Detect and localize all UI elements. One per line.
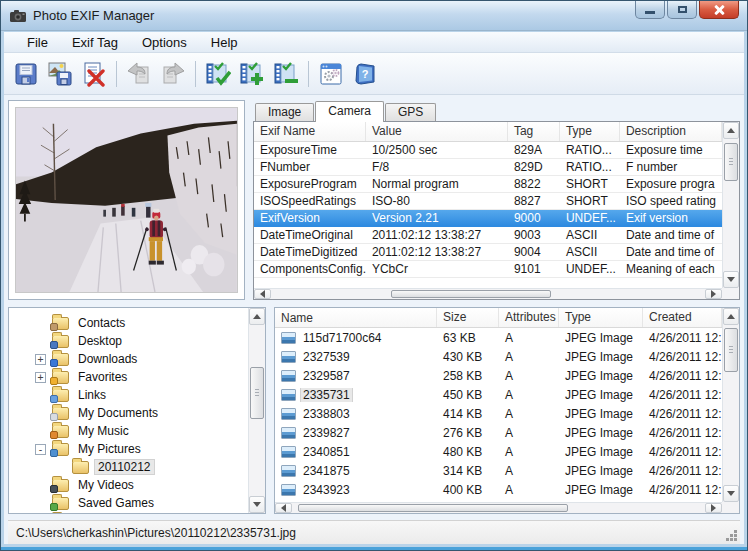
list-add-icon <box>239 61 265 87</box>
tab[interactable]: Image <box>255 103 314 121</box>
scrollbar-thumb[interactable] <box>724 328 738 372</box>
resize-grip[interactable] <box>725 529 738 542</box>
save-icon <box>13 61 39 87</box>
tree-item[interactable]: + Searches <box>9 512 248 513</box>
file-col-name[interactable]: Name <box>275 308 437 327</box>
menu-item[interactable]: Exif Tag <box>61 33 129 52</box>
tree-vertical-scrollbar[interactable] <box>248 308 265 513</box>
scrollbar-thumb[interactable] <box>724 143 738 181</box>
file-row[interactable]: 2341875 314 KB A JPEG Image 4/26/2011 12… <box>275 461 722 480</box>
tree-expander[interactable]: - <box>35 444 46 455</box>
folder-badge-icon <box>50 323 58 331</box>
exif-col-type[interactable]: Type <box>560 122 620 141</box>
scroll-left-button[interactable] <box>254 289 271 299</box>
add-exif-button[interactable] <box>236 58 268 90</box>
tree-item-label: Links <box>75 388 109 402</box>
file-list-horizontal-scrollbar[interactable] <box>275 502 722 513</box>
scroll-down-button[interactable] <box>723 485 739 502</box>
file-row[interactable]: 2339827 276 KB A JPEG Image 4/26/2011 12… <box>275 423 722 442</box>
menu-item[interactable]: Help <box>200 33 249 52</box>
exif-horizontal-scrollbar[interactable] <box>254 288 722 299</box>
save-button[interactable] <box>10 58 42 90</box>
tree-item[interactable]: + Downloads <box>9 350 248 368</box>
close-icon <box>713 5 725 15</box>
exif-table-row[interactable]: ExposureTime 10/2500 sec 829A RATIO... E… <box>254 142 722 159</box>
tree-expander[interactable]: + <box>35 372 46 383</box>
exif-table-row[interactable]: ComponentsConfig... YCbCr 9101 UNDEF... … <box>254 261 722 278</box>
exif-tab-control: Image Camera GPS <box>253 100 740 300</box>
exif-col-tag[interactable]: Tag <box>508 122 560 141</box>
scroll-up-button[interactable] <box>723 308 739 325</box>
file-row[interactable]: 2327539 430 KB A JPEG Image 4/26/2011 12… <box>275 347 722 366</box>
menu-bar: File Exif Tag Options Help <box>4 32 744 53</box>
minimize-icon <box>645 11 655 14</box>
tree-item[interactable]: - My Pictures <box>9 440 248 458</box>
scroll-right-button[interactable] <box>705 289 722 299</box>
delete-list-button[interactable] <box>78 58 110 90</box>
tree-item[interactable]: Saved Games <box>9 494 248 512</box>
tree-item[interactable]: My Music <box>9 422 248 440</box>
scrollbar-thumb[interactable] <box>298 504 568 512</box>
tree-item[interactable]: Contacts <box>9 314 248 332</box>
file-row[interactable]: 2335731 450 KB A JPEG Image 4/26/2011 12… <box>275 385 722 404</box>
scrollbar-thumb[interactable] <box>250 367 264 419</box>
exif-table-row[interactable]: DateTimeOriginal 2011:02:12 13:38:27 900… <box>254 227 722 244</box>
file-row[interactable]: 2329587 258 KB A JPEG Image 4/26/2011 12… <box>275 366 722 385</box>
tab[interactable]: Camera <box>315 101 384 122</box>
scroll-up-button[interactable] <box>723 122 739 139</box>
tree-item[interactable]: Links <box>9 386 248 404</box>
help-button[interactable]: ? <box>349 58 381 90</box>
scroll-up-button[interactable] <box>249 308 265 325</box>
title-bar[interactable]: Photo EXIF Manager <box>1 1 747 31</box>
scrollbar-thumb[interactable] <box>391 290 551 298</box>
file-col-created[interactable]: Created <box>643 308 722 327</box>
tree-item-label: Saved Games <box>75 496 157 510</box>
file-col-type[interactable]: Type <box>559 308 643 327</box>
tree-expander[interactable]: + <box>35 354 46 365</box>
scroll-down-button[interactable] <box>723 271 739 288</box>
status-file-path: C:\Users\cherkashin\Pictures\20110212\23… <box>8 526 296 540</box>
tree-item[interactable]: My Videos <box>9 476 248 494</box>
file-list-body: 115d71700c64 63 KB A JPEG Image 4/26/201… <box>275 328 722 499</box>
scroll-left-button[interactable] <box>275 503 292 513</box>
scroll-down-button[interactable] <box>249 496 265 513</box>
file-row[interactable]: 2343923 400 KB A JPEG Image 4/26/2011 12… <box>275 480 722 499</box>
tree-item[interactable]: + Favorites <box>9 368 248 386</box>
options-button[interactable] <box>315 58 347 90</box>
exif-table-row[interactable]: ExifVersion Version 2.21 9000 UNDEF... E… <box>254 210 722 227</box>
restore-button[interactable] <box>667 1 697 19</box>
file-row[interactable]: 2338803 414 KB A JPEG Image 4/26/2011 12… <box>275 404 722 423</box>
arrow-down-icon <box>727 277 735 282</box>
tree-item[interactable]: Desktop <box>9 332 248 350</box>
exif-table-row[interactable]: ISOSpeedRatings ISO-80 8827 SHORT ISO sp… <box>254 193 722 210</box>
tab[interactable]: GPS <box>385 103 436 121</box>
save-image-button[interactable] <box>44 58 76 90</box>
exif-table-row[interactable]: FNumber F/8 829D RATIO... F number <box>254 159 722 176</box>
minimize-button[interactable] <box>635 1 665 19</box>
file-row[interactable]: 2340851 480 KB A JPEG Image 4/26/2011 12… <box>275 442 722 461</box>
save-image-icon <box>47 61 73 87</box>
exif-col-value[interactable]: Value <box>366 122 508 141</box>
file-col-attributes[interactable]: Attributes <box>499 308 559 327</box>
exif-col-name[interactable]: Exif Name <box>254 122 366 141</box>
exif-vertical-scrollbar[interactable] <box>722 122 739 288</box>
exif-table-row[interactable]: DateTimeDigitized 2011:02:12 13:38:27 90… <box>254 244 722 261</box>
menu-item[interactable]: File <box>16 33 59 52</box>
close-button[interactable] <box>699 1 739 19</box>
file-row[interactable]: 115d71700c64 63 KB A JPEG Image 4/26/201… <box>275 328 722 347</box>
exif-col-desc[interactable]: Description <box>620 122 722 141</box>
folder-icon <box>52 317 69 330</box>
menu-item[interactable]: Options <box>131 33 198 52</box>
tree-item[interactable]: My Documents <box>9 404 248 422</box>
jpeg-file-icon <box>281 370 296 382</box>
exif-table-row[interactable]: ExposureProgram Normal program 8822 SHOR… <box>254 176 722 193</box>
scroll-right-button[interactable] <box>705 503 722 513</box>
undo-button[interactable] <box>123 58 155 90</box>
file-list-vertical-scrollbar[interactable] <box>722 308 739 502</box>
remove-exif-button[interactable] <box>270 58 302 90</box>
tree-item[interactable]: 20110212 <box>9 458 248 476</box>
apply-exif-button[interactable] <box>202 58 234 90</box>
redo-button[interactable] <box>157 58 189 90</box>
exif-table-body: ExposureTime 10/2500 sec 829A RATIO... E… <box>254 142 722 278</box>
file-col-size[interactable]: Size <box>437 308 499 327</box>
